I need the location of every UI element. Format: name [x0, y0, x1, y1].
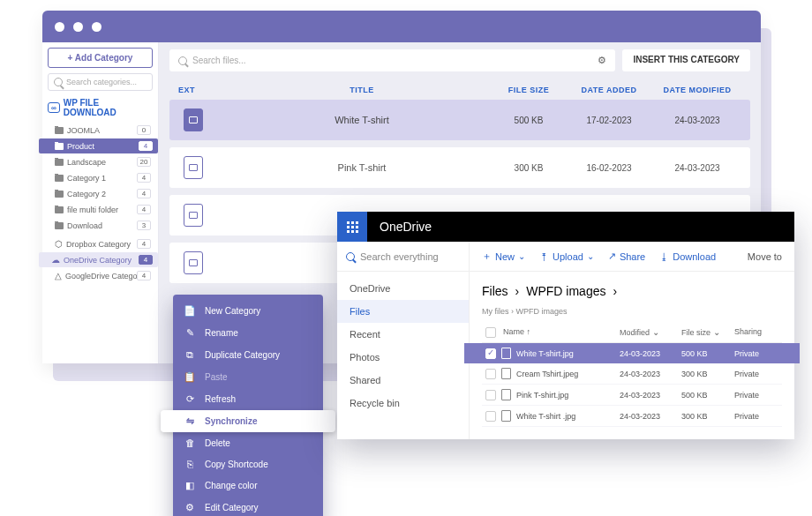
onedrive-row[interactable]: Pink T-shirt.jpg24-03-2023500 KBPrivate	[482, 385, 782, 406]
onedrive-nav-item[interactable]: Files	[337, 300, 469, 323]
menu-icon: ⇋	[184, 415, 196, 427]
sidebar-item[interactable]: Landscape20	[48, 154, 153, 169]
file-icon	[501, 368, 511, 379]
sidebar-item[interactable]: Product4	[39, 138, 158, 153]
menu-icon: ⟳	[184, 393, 196, 405]
window-dot[interactable]	[92, 22, 102, 32]
folder-icon	[55, 191, 64, 198]
context-menu-item[interactable]: ⟳Refresh	[173, 388, 323, 410]
sidebar-item[interactable]: file multi folder4	[48, 202, 153, 217]
menu-icon: 🗑	[184, 437, 196, 448]
context-menu-item[interactable]: ⚙Edit Category	[173, 497, 323, 516]
context-menu-item[interactable]: 🗑Delete	[173, 432, 323, 453]
context-menu-item[interactable]: ✎Rename	[173, 322, 323, 344]
col-added[interactable]: DATE ADDED	[565, 86, 653, 94]
col-ext[interactable]: EXT	[178, 86, 231, 94]
row-checkbox[interactable]	[485, 411, 496, 422]
col-filesize[interactable]: File size	[681, 328, 710, 337]
context-menu: 📄New Category✎Rename⧉Duplicate Category📋…	[173, 295, 323, 516]
sidebar-cloud-item[interactable]: ⬡Dropbox Category4	[48, 236, 153, 251]
col-sharing[interactable]: Sharing	[734, 327, 778, 338]
onedrive-table-header: Name ↑ Modified ⌄ File size ⌄ Sharing	[482, 323, 782, 343]
app-launcher-icon[interactable]	[337, 212, 367, 242]
count-badge: 4	[139, 255, 153, 265]
context-menu-item[interactable]: ⇋Synchronize	[161, 410, 335, 432]
col-size[interactable]: FILE SIZE	[492, 86, 565, 94]
file-icon	[184, 251, 203, 274]
onedrive-nav: OneDriveFilesRecentPhotosSharedRecycle b…	[337, 272, 470, 439]
breadcrumb: Files› WPFD images›	[482, 284, 782, 298]
onedrive-row[interactable]: White T-shirt.jpg24-03-2023500 KBPrivate	[464, 343, 800, 363]
table-row[interactable]: White T-shirt500 KB17-02-202324-03-2023	[169, 100, 750, 140]
col-name[interactable]: Name ↑	[503, 327, 620, 338]
download-button[interactable]: ⭳Download	[659, 251, 716, 262]
onedrive-nav-item[interactable]: Shared	[337, 369, 469, 392]
onedrive-nav-item[interactable]: OneDrive	[337, 277, 469, 300]
chevron-right-icon: ›	[613, 284, 617, 298]
settings-icon[interactable]: ⚙	[598, 55, 606, 66]
cloud-icon: ⬡	[55, 239, 63, 249]
onedrive-nav-item[interactable]: Photos	[337, 346, 469, 369]
breadcrumb-item[interactable]: Files	[482, 284, 508, 298]
add-category-button[interactable]: + Add Category	[48, 48, 153, 68]
count-badge: 4	[137, 239, 151, 249]
sidebar-item[interactable]: Download3	[48, 218, 153, 233]
insert-category-button[interactable]: INSERT THIS CATEGORY	[622, 49, 750, 71]
window-dot[interactable]	[55, 22, 64, 32]
onedrive-window: OneDrive Search everything ＋New⌄ ⭱Upload…	[337, 212, 794, 439]
count-badge: 20	[137, 157, 151, 167]
search-categories-input[interactable]: Search categories...	[48, 73, 153, 91]
folder-icon	[55, 175, 64, 182]
menu-icon: ◧	[184, 480, 196, 491]
window-dot[interactable]	[73, 22, 83, 32]
file-icon	[501, 410, 511, 422]
count-badge: 0	[137, 125, 151, 135]
search-icon	[346, 252, 355, 261]
onedrive-search-input[interactable]: Search everything	[337, 242, 470, 271]
col-mod[interactable]: DATE MODIFIED	[653, 86, 741, 94]
context-menu-item[interactable]: ◧Change color	[173, 475, 323, 497]
sidebar-cloud-item[interactable]: ☁OneDrive Category4	[39, 252, 158, 267]
onedrive-header: OneDrive	[337, 212, 794, 242]
download-icon: ⭳	[659, 251, 669, 262]
app-logo-icon: ∞	[48, 102, 60, 113]
sidebar-item[interactable]: Category 14	[48, 170, 153, 185]
menu-icon: ✎	[184, 327, 196, 339]
upload-button[interactable]: ⭱Upload⌄	[539, 251, 594, 262]
context-menu-item[interactable]: ⎘Copy Shortcode	[173, 453, 323, 475]
menu-icon: 📄	[184, 305, 196, 317]
table-header: EXT TITLE FILE SIZE DATE ADDED DATE MODI…	[169, 80, 750, 100]
sidebar-item[interactable]: Category 24	[48, 186, 153, 201]
onedrive-row[interactable]: White T-shirt .jpg24-03-2023300 KBPrivat…	[482, 406, 782, 427]
folder-icon	[55, 159, 64, 166]
folder-icon	[55, 127, 64, 134]
context-menu-item[interactable]: 📄New Category	[173, 300, 323, 322]
share-button[interactable]: ↗Share	[608, 251, 645, 262]
search-files-input[interactable]: Search files... ⚙	[169, 49, 615, 71]
sidebar-cloud-item[interactable]: △GoogleDrive Category4	[48, 268, 153, 283]
row-checkbox[interactable]	[485, 348, 496, 359]
select-all-checkbox[interactable]	[485, 327, 496, 338]
search-placeholder: Search categories...	[66, 78, 137, 86]
row-checkbox[interactable]	[485, 390, 496, 400]
context-menu-item[interactable]: ⧉Duplicate Category	[173, 344, 323, 366]
window-titlebar	[42, 11, 761, 42]
table-row[interactable]: Pink T-shirt300 KB16-02-202324-03-2023	[169, 147, 750, 188]
sidebar: + Add Category Search categories... ∞ WP…	[42, 42, 159, 363]
menu-icon: ⧉	[184, 349, 196, 361]
row-checkbox[interactable]	[485, 369, 496, 379]
onedrive-nav-item[interactable]: Recent	[337, 323, 469, 346]
app-title: ∞ WP FILE DOWNLOAD	[48, 98, 153, 117]
menu-icon: 📋	[184, 371, 196, 383]
sidebar-item[interactable]: JOOMLA0	[48, 123, 153, 138]
breadcrumb-item[interactable]: WPFD images	[526, 284, 605, 298]
onedrive-toolbar: Search everything ＋New⌄ ⭱Upload⌄ ↗Share …	[337, 242, 794, 272]
folder-icon	[55, 143, 64, 150]
new-button[interactable]: ＋New⌄	[482, 250, 525, 263]
onedrive-row[interactable]: Cream Tshirt.jpeg24-03-2023300 KBPrivate	[482, 363, 782, 385]
col-modified[interactable]: Modified	[620, 328, 650, 337]
onedrive-nav-item[interactable]: Recycle bin	[337, 392, 469, 415]
col-title[interactable]: TITLE	[231, 86, 492, 94]
moveto-button[interactable]: Move to	[748, 251, 782, 262]
count-badge: 4	[137, 189, 151, 198]
